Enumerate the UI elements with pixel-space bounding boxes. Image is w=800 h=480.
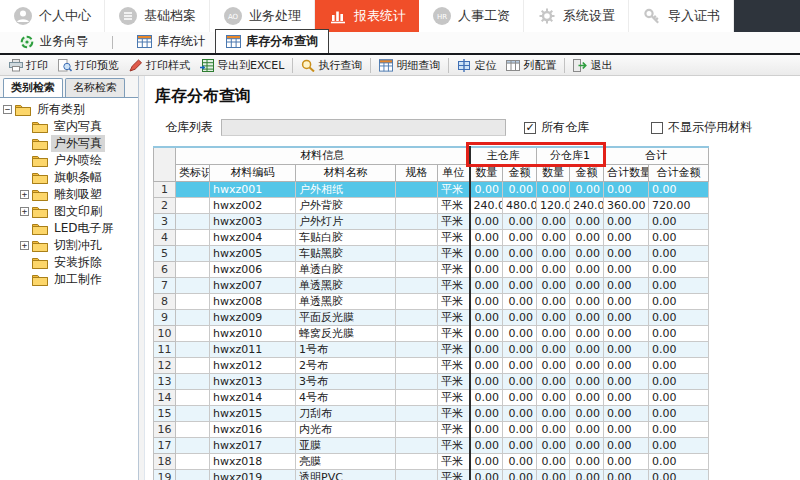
tree-expand-minus-box[interactable]: − [3,105,12,114]
print-style-icon [129,59,143,72]
tree-item-户外喷绘[interactable]: 户外喷绘 [0,152,138,169]
toolbar-button-明细查询[interactable]: 明细查询 [374,56,445,75]
row-number-cell: 7 [154,277,176,293]
tree-item-所有类别[interactable]: −所有类别 [0,101,138,118]
tab-库存分布查询[interactable]: 库存分布查询 [215,29,329,53]
gear-icon [537,6,557,26]
total-amount-cell: 0.00 [649,181,709,197]
tree-item-室内写真[interactable]: 室内写真 [0,118,138,135]
flag-cell [176,453,210,469]
all-warehouses-checkbox[interactable]: ✓ [524,122,536,134]
column-header-材料名称: 材料名称 [296,164,396,181]
toolbar-button-打印预览[interactable]: 打印预览 [53,56,124,75]
menu-item-报表统计[interactable]: 报表统计 [315,0,419,32]
detail-table-icon [379,59,393,72]
material-name-cell: 单透白胶 [296,261,396,277]
column-config-icon [506,59,520,72]
main-amount-cell: 0.00 [503,373,537,389]
tree-item-加工制作[interactable]: 加工制作 [0,271,138,288]
nav-link-业务向导[interactable]: 业务向导 [10,31,98,53]
tree-expand-plus-box[interactable]: + [20,190,29,199]
main-amount-cell: 0.00 [503,325,537,341]
main-qty-cell: 0.00 [470,453,503,469]
tree-item-图文印刷[interactable]: +图文印刷 [0,203,138,220]
table-row[interactable]: 13hwxz0133号布平米0.000.000.000.000.000.00 [154,373,709,389]
spec-cell [396,309,438,325]
table-row[interactable]: 18hwxz018亮膜平米0.000.000.000.000.000.00 [154,453,709,469]
toolbar-button-退出[interactable]: 退出 [568,56,617,75]
export-excel-icon [200,59,214,72]
spec-cell [396,453,438,469]
table-row[interactable]: 2hwxz002户外背胶平米240.00480.00120.00240.0036… [154,197,709,213]
hide-disabled-checkbox-group[interactable]: 不显示停用材料 [651,119,752,136]
table-row[interactable]: 3hwxz003户外灯片平米0.000.000.000.000.000.00 [154,213,709,229]
sub1-qty-cell: 0.00 [537,341,570,357]
table-row[interactable]: 14hwxz0144号布平米0.000.000.000.000.000.00 [154,389,709,405]
toolbar-button-label: 明细查询 [396,58,440,73]
toolbar-button-打印样式[interactable]: 打印样式 [124,56,195,75]
tree-item-LED电子屏[interactable]: LED电子屏 [0,220,138,237]
column-header-数量: 数量 [537,164,570,181]
column-header-规格: 规格 [396,164,438,181]
table-row[interactable]: 9hwxz009平面反光膜平米0.000.000.000.000.000.00 [154,309,709,325]
tree-item-旗帜条幅[interactable]: 旗帜条幅 [0,169,138,186]
main-amount-cell: 0.00 [503,213,537,229]
tab-name-search[interactable]: 名称检索 [65,78,125,97]
tree-expand-plus-box[interactable]: + [20,241,29,250]
toolbar-button-列配置[interactable]: 列配置 [501,56,561,75]
total-amount-cell: 0.00 [649,341,709,357]
sub1-amount-cell: 0.00 [570,325,604,341]
menu-item-个人中心[interactable]: 个人中心 [0,0,105,32]
total-qty-cell: 0.00 [604,437,649,453]
table-row[interactable]: 11hwxz0111号布平米0.000.000.000.000.000.00 [154,341,709,357]
main-qty-cell: 0.00 [470,261,503,277]
table-row[interactable]: 8hwxz008单透黑胶平米0.000.000.000.000.000.00 [154,293,709,309]
hide-disabled-checkbox[interactable] [651,122,663,134]
process-badge-icon: AO [223,6,243,26]
table-row[interactable]: 7hwxz007单透黑胶平米0.000.000.000.000.000.00 [154,277,709,293]
spec-cell [396,469,438,480]
table-row[interactable]: 12hwxz0122号布平米0.000.000.000.000.000.00 [154,357,709,373]
toolbar-button-执行查询[interactable]: 执行查询 [296,56,367,75]
table-row[interactable]: 1hwxz001户外相纸平米0.000.000.000.000.000.00 [154,181,709,197]
warehouse-list-input[interactable] [221,119,506,136]
all-warehouses-label: 所有仓库 [541,119,589,136]
material-code-cell: hwxz012 [210,357,296,373]
menu-item-系统设置[interactable]: 系统设置 [524,0,629,32]
table-row[interactable]: 10hwxz010蜂窝反光膜平米0.000.000.000.000.000.00 [154,325,709,341]
column-header-材料编码: 材料编码 [210,164,296,181]
total-amount-cell: 0.00 [649,229,709,245]
table-row[interactable]: 19hwxz019透明PVC平米0.000.000.000.000.000.00 [154,469,709,480]
tab-库存统计[interactable]: 库存统计 [127,30,215,53]
folder-icon [32,137,48,150]
search-icon [301,59,315,72]
toolbar-button-导出到EXCEL[interactable]: 导出到EXCEL [195,56,289,75]
table-row[interactable]: 5hwxz005车贴黑胶平米0.000.000.000.000.000.00 [154,245,709,261]
table-row[interactable]: 17hwxz017亚膜平米0.000.000.000.000.000.00 [154,437,709,453]
tree-item-安装拆除[interactable]: 安装拆除 [0,254,138,271]
menu-item-导入证书[interactable]: 导入证书 [629,0,734,32]
tree-item-切割冲孔[interactable]: +切割冲孔 [0,237,138,254]
tab-category-search[interactable]: 类别检索 [3,78,63,97]
row-number-cell: 14 [154,389,176,405]
table-row[interactable]: 4hwxz004车贴白胶平米0.000.000.000.000.000.00 [154,229,709,245]
group-header-合计: 合计 [604,147,709,164]
tree-expand-plus-box[interactable]: + [20,207,29,216]
spec-cell [396,245,438,261]
menu-item-业务处理[interactable]: AO业务处理 [210,0,315,32]
table-row[interactable]: 15hwxz015刀刮布平米0.000.000.000.000.000.00 [154,405,709,421]
table-row[interactable]: 16hwxz016内光布平米0.000.000.000.000.000.00 [154,421,709,437]
flag-cell [176,245,210,261]
toolbar-button-打印[interactable]: 打印 [4,56,53,75]
page-title: 库存分布查询 [155,86,800,107]
tree-item-雕刻吸塑[interactable]: +雕刻吸塑 [0,186,138,203]
warehouse-list-label: 仓库列表 [165,119,213,136]
tree-item-户外写真[interactable]: 户外写真 [0,135,138,152]
menu-item-label: 人事工资 [458,7,510,25]
menu-item-基础档案[interactable]: 基础档案 [105,0,210,32]
material-name-cell: 车贴黑胶 [296,245,396,261]
table-row[interactable]: 6hwxz006单透白胶平米0.000.000.000.000.000.00 [154,261,709,277]
all-warehouses-checkbox-group[interactable]: ✓ 所有仓库 [524,119,589,136]
menu-item-人事工资[interactable]: HR人事工资 [419,0,524,32]
toolbar-button-定位[interactable]: 定位 [452,56,501,75]
